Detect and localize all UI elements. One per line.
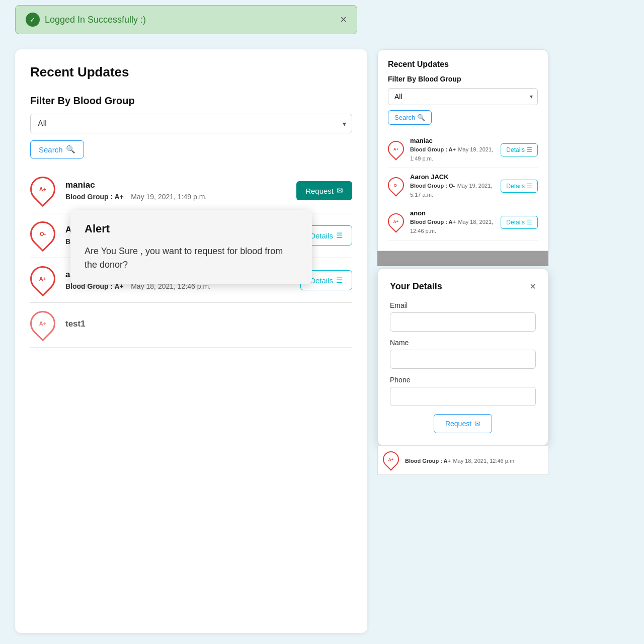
right-donor-info-anon: anon Blood Group : A+ May 18, 2021, 12:4… bbox=[410, 209, 497, 235]
email-input[interactable] bbox=[390, 312, 536, 332]
right-donor-blood-anon: Blood Group : A+ bbox=[410, 219, 456, 225]
right-details-button-aaron[interactable]: Details ☰ bbox=[501, 180, 538, 193]
donor-item: A+ maniac Blood Group : A+ May 19, 2021,… bbox=[30, 169, 352, 213]
name-input[interactable] bbox=[390, 350, 536, 369]
request-button-maniac[interactable]: Request ✉ bbox=[296, 181, 352, 200]
request-label: Request bbox=[305, 187, 334, 195]
email-form-group: Email bbox=[390, 301, 536, 332]
donor-name-maniac: maniac bbox=[65, 180, 289, 190]
right-donor-info-maniac: maniac Blood Group : A+ May 19, 2021, 1:… bbox=[410, 137, 497, 163]
blood-drop-icon-anon: A+ bbox=[30, 266, 58, 294]
left-search-icon: 🔍 bbox=[66, 145, 75, 154]
phone-input[interactable] bbox=[390, 387, 536, 406]
right-donor-item: A+ anon Blood Group : A+ May 18, 2021, 1… bbox=[388, 204, 538, 240]
notification-message: Logged In Successfully :) bbox=[45, 15, 146, 25]
right-donor-item: O- Aaron JACK Blood Group : O- May 19, 2… bbox=[388, 168, 538, 204]
notification-text: ✓ Logged In Successfully :) bbox=[26, 13, 146, 27]
phone-label: Phone bbox=[390, 376, 536, 384]
donor-info-maniac: maniac Blood Group : A+ May 19, 2021, 1:… bbox=[65, 180, 289, 201]
notification-bar: ✓ Logged In Successfully :) × bbox=[15, 5, 357, 34]
modal-header: Your Details × bbox=[390, 281, 536, 292]
name-label: Name bbox=[390, 339, 536, 347]
right-list-icon-aaron: ☰ bbox=[527, 183, 532, 190]
right-donor-item: A+ maniac Blood Group : A+ May 19, 2021,… bbox=[388, 132, 538, 168]
name-form-group: Name bbox=[390, 339, 536, 369]
right-donor-name-aaron: Aaron JACK bbox=[410, 173, 497, 181]
right-search-label: Search bbox=[394, 114, 415, 121]
left-filter-select[interactable]: All A+ A- B+ B- O+ O- AB+ AB- bbox=[30, 114, 352, 133]
modal-request-label: Request bbox=[445, 420, 471, 428]
right-donor-info-aaron: Aaron JACK Blood Group : O- May 19, 2021… bbox=[410, 173, 497, 199]
blood-drop-icon-aaron: O- bbox=[30, 221, 58, 250]
left-panel: Recent Updates Filter By Blood Group All… bbox=[15, 49, 367, 633]
alert-dialog: Alert Are You Sure , you want to request… bbox=[70, 210, 312, 284]
right-bottom-blood-info: Blood Group : A+ May 18, 2021, 12:46 p.m… bbox=[405, 456, 516, 465]
blood-drop-icon-test1: A+ bbox=[30, 311, 58, 339]
right-details-button-maniac[interactable]: Details ☰ bbox=[501, 143, 538, 156]
right-blood-drop-icon-aaron: O- bbox=[388, 177, 406, 195]
details-list-icon-anon: ☰ bbox=[336, 276, 343, 285]
right-bottom-blood-group: Blood Group : A+ bbox=[405, 458, 451, 464]
notification-check-icon: ✓ bbox=[26, 13, 40, 27]
blood-drop-icon-maniac: A+ bbox=[30, 177, 58, 205]
right-list-icon-anon: ☰ bbox=[527, 219, 532, 226]
modal-request-button[interactable]: Request ✉ bbox=[434, 414, 492, 433]
details-label: Details bbox=[310, 231, 333, 240]
modal-close-button[interactable]: × bbox=[530, 281, 536, 292]
right-filter-select[interactable]: All A+ A- B+ B- O+ O- AB+ AB- bbox=[388, 88, 538, 105]
left-filter-title: Filter By Blood Group bbox=[30, 95, 352, 107]
donor-blood-maniac: Blood Group : A+ bbox=[65, 193, 124, 201]
right-panels: Recent Updates Filter By Blood Group All… bbox=[377, 49, 548, 633]
right-bottom-last-item: A+ Blood Group : A+ May 18, 2021, 12:46 … bbox=[377, 446, 548, 475]
phone-form-group: Phone bbox=[390, 376, 536, 406]
right-filter-wrap: All A+ A- B+ B- O+ O- AB+ AB- ▾ bbox=[388, 88, 538, 105]
alert-body: Are You Sure , you want to request for b… bbox=[85, 245, 298, 272]
right-bottom-date: May 18, 2021, 12:46 p.m. bbox=[453, 458, 516, 464]
right-donor-name-anon: anon bbox=[410, 209, 497, 217]
request-email-icon: ✉ bbox=[337, 186, 343, 195]
right-donor-name-maniac: maniac bbox=[410, 137, 497, 144]
notification-close-button[interactable]: × bbox=[340, 13, 347, 26]
details-list-icon: ☰ bbox=[336, 231, 343, 240]
donor-name-test1: test1 bbox=[65, 319, 352, 329]
donor-date-maniac: May 19, 2021, 1:49 p.m. bbox=[131, 193, 207, 201]
right-blood-drop-icon-anon: A+ bbox=[388, 213, 406, 231]
right-donor-list: A+ maniac Blood Group : A+ May 19, 2021,… bbox=[388, 132, 538, 240]
left-filter-wrap: All A+ A- B+ B- O+ O- AB+ AB- ▾ bbox=[30, 114, 352, 133]
modal-title: Your Details bbox=[390, 281, 442, 292]
modal-request-email-icon: ✉ bbox=[474, 420, 480, 428]
right-list-icon-maniac: ☰ bbox=[527, 146, 532, 153]
right-details-button-anon[interactable]: Details ☰ bbox=[501, 216, 538, 229]
right-blood-drop-icon-maniac: A+ bbox=[388, 141, 406, 159]
left-search-label: Search bbox=[39, 145, 63, 154]
email-label: Email bbox=[390, 301, 536, 309]
right-gray-strip bbox=[377, 251, 548, 266]
donor-item: A+ test1 bbox=[30, 303, 352, 348]
alert-title: Alert bbox=[85, 222, 298, 235]
details-label-anon: Details bbox=[310, 276, 333, 285]
main-layout: Recent Updates Filter By Blood Group All… bbox=[0, 39, 644, 643]
right-donor-blood-maniac: Blood Group : A+ bbox=[410, 146, 456, 152]
right-donor-blood-aaron: Blood Group : O- bbox=[410, 183, 455, 189]
right-filter-title: Filter By Blood Group bbox=[388, 75, 538, 83]
right-panel-title: Recent Updates bbox=[388, 60, 538, 69]
your-details-modal: Your Details × Email Name Phone Request … bbox=[377, 268, 548, 446]
right-blood-drop-icon-bottom: A+ bbox=[383, 451, 401, 469]
right-search-button[interactable]: Search 🔍 bbox=[388, 110, 432, 125]
left-search-button[interactable]: Search 🔍 bbox=[30, 140, 84, 158]
right-search-icon: 🔍 bbox=[417, 114, 425, 121]
donor-info-test1: test1 bbox=[65, 319, 352, 331]
right-top-panel: Recent Updates Filter By Blood Group All… bbox=[377, 49, 548, 251]
left-panel-title: Recent Updates bbox=[30, 64, 352, 80]
